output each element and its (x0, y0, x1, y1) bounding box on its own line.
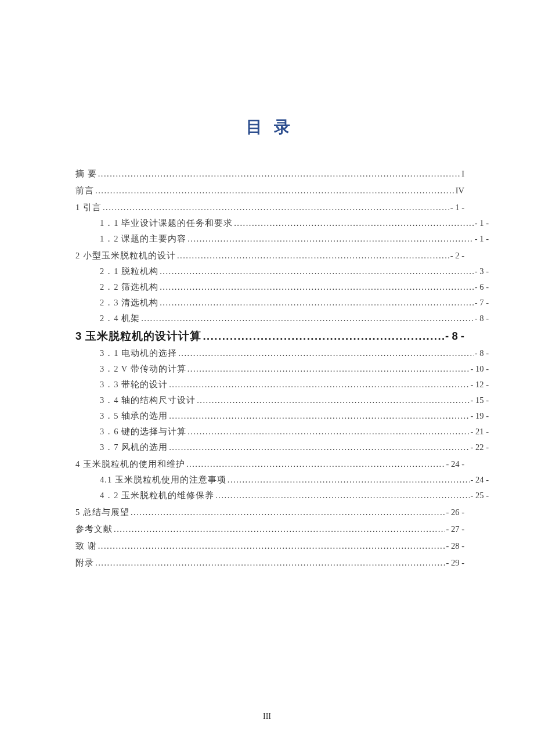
toc-entry: 4 玉米脱粒机的使用和维护- 24 - (75, 459, 464, 470)
toc-leader (98, 541, 445, 551)
toc-entry-label: 致 谢 (75, 541, 97, 552)
toc-leader (203, 330, 444, 343)
toc-entry-page: - 29 - (446, 558, 464, 568)
toc-entry: 4.1 玉米脱粒机使用的注意事项- 24 - (75, 474, 489, 485)
toc-leader (234, 218, 474, 228)
toc-entry: 3．6 键的选择与计算- 21 - (75, 426, 489, 437)
toc-entry-page: - 24 - (471, 475, 489, 485)
toc-entry-label: 3．2 V 带传动的计算 (100, 363, 186, 375)
toc-entry-page: I (461, 169, 464, 179)
toc-leader (186, 459, 445, 469)
toc-entry-page: - 26 - (446, 507, 464, 517)
toc-leader (178, 348, 474, 358)
toc-leader (187, 234, 474, 244)
toc-entry-page: - 22 - (471, 442, 489, 452)
toc-entry: 3．1 电动机的选择- 8 - (75, 348, 489, 359)
toc-entry-page: - 3 - (475, 267, 489, 276)
toc-entry-label: 2 小型玉米脱粒机的设计 (75, 250, 176, 261)
toc-leader (114, 524, 445, 534)
toc-entry-label: 3．5 轴承的选用 (100, 411, 168, 422)
toc-leader (215, 491, 469, 501)
toc-entry-page: - 1 - (450, 203, 464, 213)
toc-entry: 致 谢- 28 - (75, 541, 464, 552)
toc-leader (228, 475, 470, 485)
toc-entry-label: 3．1 电动机的选择 (100, 348, 177, 359)
toc-entry-label: 4．2 玉米脱粒机的维修保养 (100, 490, 214, 501)
toc-entry: 1．2 课题的主要内容- 1 - (75, 233, 489, 244)
toc-entry: 3．3 带轮的设计- 12 - (75, 379, 489, 390)
toc-leader (169, 411, 469, 421)
toc-entry: 1 引言- 1 - (75, 202, 464, 213)
toc-entry-page: - 28 - (446, 541, 464, 551)
toc-entry-label: 2．4 机架 (100, 313, 140, 324)
toc-leader (98, 169, 461, 179)
toc-entry-page: - 8 - (475, 314, 489, 323)
toc-entry: 2．2 筛选机构- 6 - (75, 282, 489, 293)
toc-body: 摘 要I前言IV1 引言- 1 -1．1 毕业设计课题的任务和要求- 1 -1．… (75, 168, 464, 568)
toc-entry: 3．2 V 带传动的计算- 10 - (75, 363, 489, 375)
toc-entry: 3．7 风机的选用- 22 - (75, 442, 489, 453)
toc-entry-page: - 27 - (446, 524, 464, 534)
toc-leader (103, 203, 449, 213)
toc-entry-label: 3．3 带轮的设计 (100, 379, 168, 390)
toc-entry-label: 3．6 键的选择与计算 (100, 426, 186, 437)
toc-leader (160, 298, 474, 308)
toc-leader (177, 251, 449, 261)
toc-leader (160, 282, 474, 292)
toc-entry-page: - 24 - (446, 459, 464, 469)
toc-entry-label: 参考文献 (75, 524, 113, 535)
toc-entry-label: 前言 (75, 185, 94, 196)
toc-entry-page: - 15 - (471, 395, 489, 405)
toc-entry-label: 摘 要 (75, 168, 97, 179)
toc-entry-page: - 25 - (471, 491, 489, 501)
toc-entry: 3．5 轴承的选用- 19 - (75, 411, 489, 422)
toc-entry: 1．1 毕业设计课题的任务和要求- 1 - (75, 218, 489, 229)
toc-entry: 前言IV (75, 185, 464, 196)
toc-entry-page: - 21 - (471, 427, 489, 437)
toc-leader (187, 427, 469, 437)
toc-entry-page: - 1 - (475, 218, 489, 228)
toc-entry-page: - 12 - (471, 380, 489, 390)
toc-leader (95, 558, 445, 568)
toc-entry-page: - 6 - (475, 282, 489, 292)
toc-entry-label: 1．2 课题的主要内容 (100, 233, 186, 244)
toc-entry-label: 2．2 筛选机构 (100, 282, 158, 293)
toc-leader (141, 314, 474, 323)
toc-leader (187, 364, 470, 374)
toc-entry: 参考文献- 27 - (75, 524, 464, 535)
toc-entry: 3 玉米脱粒机的设计计算- 8 - (75, 329, 464, 343)
toc-entry: 5 总结与展望- 26 - (75, 507, 464, 518)
toc-leader (95, 186, 454, 196)
toc-entry: 4．2 玉米脱粒机的维修保养- 25 - (75, 490, 489, 501)
page: 目 录 摘 要I前言IV1 引言- 1 -1．1 毕业设计课题的任务和要求- 1… (0, 0, 534, 756)
toc-leader (160, 267, 474, 276)
toc-entry-label: 附录 (75, 557, 94, 568)
toc-entry: 附录- 29 - (75, 557, 464, 568)
toc-entry: 2 小型玉米脱粒机的设计- 2 - (75, 250, 464, 261)
toc-entry-label: 5 总结与展望 (75, 507, 129, 518)
toc-leader (131, 507, 445, 517)
toc-entry-page: - 8 - (475, 348, 489, 358)
toc-entry-page: - 19 - (471, 411, 489, 421)
toc-entry-label: 3 玉米脱粒机的设计计算 (75, 329, 201, 343)
toc-entry: 2．1 脱粒机构- 3 - (75, 266, 489, 277)
toc-entry: 2．4 机架- 8 - (75, 313, 489, 324)
toc-entry-page: - 1 - (475, 234, 489, 244)
toc-entry: 摘 要I (75, 168, 464, 179)
toc-entry-label: 4.1 玉米脱粒机使用的注意事项 (100, 474, 226, 485)
toc-entry-page: - 2 - (450, 251, 464, 261)
toc-leader (197, 395, 469, 405)
toc-entry-label: 2．3 清选机构 (100, 297, 158, 308)
toc-entry: 3．4 轴的结构尺寸设计- 15 - (75, 395, 489, 406)
footer-page-number: III (0, 712, 534, 721)
toc-entry-label: 4 玉米脱粒机的使用和维护 (75, 459, 185, 470)
toc-entry: 2．3 清选机构- 7 - (75, 297, 489, 308)
toc-entry-page: - 8 - (445, 330, 464, 343)
toc-entry-label: 2．1 脱粒机构 (100, 266, 158, 277)
toc-entry-page: IV (456, 186, 464, 196)
toc-leader (169, 442, 469, 452)
toc-title: 目 录 (75, 116, 464, 138)
toc-entry-label: 3．4 轴的结构尺寸设计 (100, 395, 196, 406)
toc-entry-label: 1．1 毕业设计课题的任务和要求 (100, 218, 233, 229)
toc-entry-page: - 7 - (475, 298, 489, 308)
